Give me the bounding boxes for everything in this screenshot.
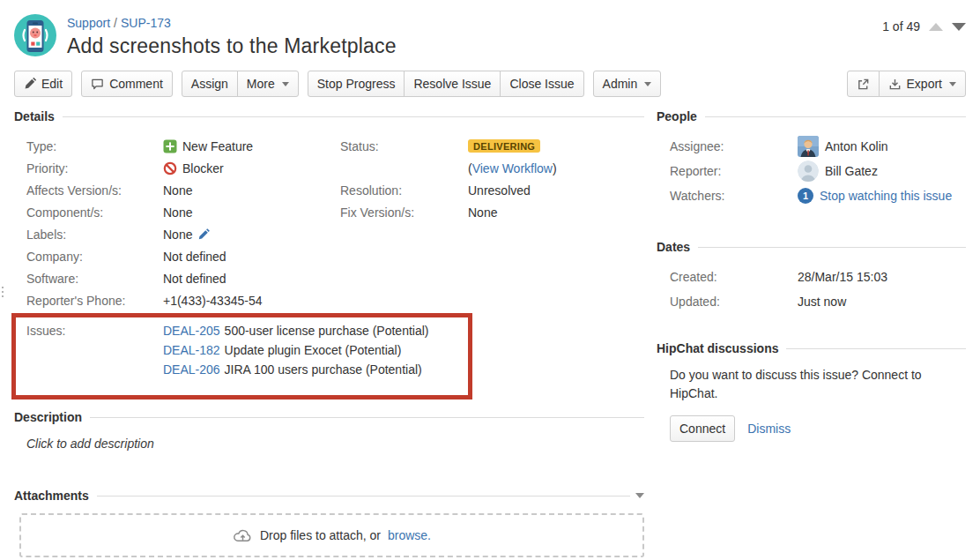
cloud-upload-icon [233, 526, 253, 544]
hipchat-message: Do you want to discuss this issue? Conne… [670, 366, 943, 403]
edit-labels-pencil-icon[interactable] [197, 228, 211, 241]
issue-summary: Update plugin Exocet (Potential) [225, 341, 402, 360]
watchers-label: Watchers: [670, 189, 798, 203]
next-issue-button[interactable] [952, 23, 966, 31]
pager-position: 1 of 49 [882, 19, 920, 34]
pencil-icon [24, 78, 36, 90]
section-divider [90, 417, 644, 418]
share-button[interactable] [847, 71, 880, 97]
close-issue-label: Close Issue [509, 77, 574, 91]
software-label: Software: [26, 272, 163, 286]
labels-label: Labels: [26, 228, 163, 242]
people-section-title: People [657, 109, 697, 123]
close-issue-button[interactable]: Close Issue [500, 71, 583, 97]
connect-button-label: Connect [679, 422, 725, 436]
labels-value: None [163, 228, 192, 242]
components-value: None [163, 205, 192, 220]
hipchat-section-title: HipChat discussions [657, 341, 778, 355]
previous-issue-button[interactable] [929, 23, 943, 31]
section-divider [63, 116, 644, 117]
field-components: Component/s: None [26, 201, 328, 223]
description-section-header: Description [14, 410, 644, 424]
chevron-down-icon [949, 82, 956, 86]
components-label: Component/s: [26, 205, 163, 220]
breadcrumb-issue-link[interactable]: SUP-173 [121, 16, 171, 30]
panel-resize-grip[interactable] [2, 287, 4, 297]
hipchat-section: HipChat discussions Do you want to discu… [657, 341, 966, 442]
section-divider [705, 116, 966, 117]
more-button-label: More [247, 77, 275, 91]
issues-annotation-box: Issues: DEAL-205 500-user license purcha… [11, 313, 472, 399]
watchers-count-badge[interactable]: 1 [798, 188, 813, 204]
linked-issue-row: DEAL-205 500-user license purchase (Pote… [163, 322, 429, 340]
field-status: Status: DELIVERING [340, 135, 632, 157]
issue-main-panel: Details Type: New Feature Priority: Bloc… [14, 109, 644, 557]
field-reporters-phone: Reporter's Phone: +1(433)-43345-54 [26, 289, 328, 311]
issue-key-link[interactable]: DEAL-205 [163, 322, 220, 340]
section-divider [97, 496, 630, 497]
admin-menu-button[interactable]: Admin [593, 71, 662, 97]
affects-versions-value: None [163, 183, 192, 198]
resolution-label: Resolution: [340, 183, 468, 198]
field-assignee: Assignee: Anton Kolin [657, 134, 966, 159]
comment-button[interactable]: Comment [81, 71, 173, 97]
issue-key-link[interactable]: DEAL-182 [163, 341, 220, 360]
export-menu-button[interactable]: Export [879, 71, 966, 97]
blocker-icon [163, 161, 177, 175]
reporters-phone-value: +1(433)-43345-54 [163, 294, 262, 308]
issue-key-link[interactable]: DEAL-206 [163, 361, 220, 379]
stop-progress-button[interactable]: Stop Progress [308, 71, 405, 97]
field-labels: Labels: None [26, 223, 328, 245]
stop-watching-link[interactable]: Stop watching this issue [820, 189, 952, 203]
field-priority: Priority: Blocker [26, 157, 328, 179]
field-affects-versions: Affects Version/s: None [26, 179, 328, 201]
updated-value: Just now [798, 295, 846, 309]
priority-label: Priority: [26, 161, 163, 175]
created-value: 28/Mar/15 15:03 [798, 270, 887, 284]
assignee-avatar [798, 136, 819, 157]
assign-button-label: Assign [191, 77, 228, 91]
details-section-header: Details [14, 109, 644, 123]
more-menu-button[interactable]: More [237, 71, 299, 97]
company-value: Not defined [163, 250, 226, 264]
dates-section: Dates Created: 28/Mar/15 15:03 Updated: … [657, 240, 966, 314]
assign-button[interactable]: Assign [182, 71, 238, 97]
download-icon [888, 78, 902, 91]
view-workflow-link[interactable]: View Workflow [472, 161, 553, 175]
resolve-issue-button[interactable]: Resolve Issue [404, 71, 501, 97]
resolution-value: Unresolved [468, 183, 531, 198]
issue-summary: JIRA 100 users purchase (Potential) [225, 361, 422, 379]
project-avatar [14, 14, 56, 56]
field-software: Software: Not defined [26, 267, 328, 289]
hipchat-section-header: HipChat discussions [657, 341, 966, 355]
export-button-label: Export [907, 77, 942, 91]
new-feature-icon [163, 139, 177, 153]
dates-section-title: Dates [657, 240, 690, 254]
resolve-issue-label: Resolve Issue [413, 77, 491, 91]
field-updated: Updated: Just now [657, 289, 966, 314]
browse-files-link[interactable]: browse. [388, 528, 431, 542]
chevron-down-icon [644, 82, 651, 86]
attachments-section: Attachments Drop files to attach, or bro… [14, 489, 644, 557]
edit-button[interactable]: Edit [14, 71, 72, 97]
assign-button-group: Assign More [182, 71, 299, 97]
hipchat-dismiss-link[interactable]: Dismiss [747, 422, 791, 436]
field-reporter: Reporter: Bill Gatez [657, 159, 966, 183]
description-section-title: Description [14, 410, 82, 424]
share-export-group: Export [847, 71, 966, 97]
collapse-section-icon[interactable] [635, 493, 644, 498]
priority-value: Blocker [182, 161, 224, 175]
issue-sidebar: People Assignee: [657, 109, 966, 557]
add-description-field[interactable]: Click to add description [26, 437, 644, 451]
edit-button-label: Edit [41, 77, 63, 91]
created-label: Created: [670, 270, 798, 284]
dropzone-text: Drop files to attach, or [260, 528, 381, 542]
attachment-dropzone[interactable]: Drop files to attach, or browse. [19, 513, 644, 557]
breadcrumb-project-link[interactable]: Support [67, 16, 110, 30]
status-badge: DELIVERING [468, 139, 540, 153]
issue-pager: 1 of 49 [882, 19, 966, 34]
assignee-label: Assignee: [670, 139, 798, 153]
reporter-label: Reporter: [670, 164, 798, 178]
hipchat-connect-button[interactable]: Connect [670, 415, 735, 442]
section-divider [698, 247, 966, 248]
